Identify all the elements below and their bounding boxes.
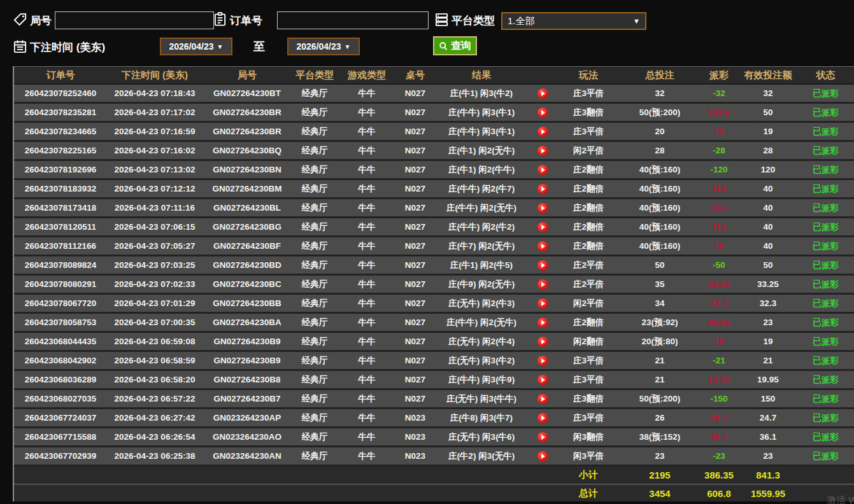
play-icon: [541, 339, 545, 344]
cell-hall: 经典厅: [292, 412, 338, 424]
footer-payout: 386.35: [699, 470, 739, 480]
play-video-button[interactable]: [537, 279, 548, 290]
cell-bet: 21: [620, 356, 699, 365]
cell-hall: 经典厅: [292, 355, 338, 367]
cell-valid: 19: [739, 337, 797, 346]
cell-result: 庄(牛1) 闲3(牛2): [434, 88, 529, 99]
play-video-button[interactable]: [537, 241, 548, 251]
play-video-button[interactable]: [537, 337, 548, 347]
play-cell: [529, 146, 557, 156]
footer-valid: 1559.95: [739, 488, 797, 499]
play-video-button[interactable]: [537, 165, 548, 175]
play-video-button[interactable]: [537, 108, 548, 118]
date-from-picker[interactable]: 2026/04/23 ▼: [160, 38, 232, 55]
round-number-input[interactable]: [55, 11, 214, 29]
cell-play: 庄2翻倍: [557, 202, 620, 214]
cell-game: 牛牛: [338, 202, 396, 214]
play-icon: [541, 454, 545, 459]
cell-play: 庄2平倍: [557, 279, 620, 290]
play-video-button[interactable]: [537, 298, 548, 309]
play-cell: [529, 413, 557, 423]
play-video-button[interactable]: [537, 413, 548, 423]
play-video-button[interactable]: [537, 375, 548, 385]
cell-play: 庄2翻倍: [557, 317, 620, 328]
cell-game: 牛牛: [338, 221, 396, 233]
cell-hall: 经典厅: [292, 298, 338, 309]
cell-hall: 经典厅: [292, 241, 338, 252]
play-video-button[interactable]: [537, 394, 548, 404]
play-video-button[interactable]: [537, 318, 548, 328]
cell-status: 已派彩: [797, 431, 854, 443]
search-button[interactable]: 查询: [433, 36, 477, 55]
column-header: 派彩: [699, 69, 739, 81]
footer-label: 小计: [557, 469, 620, 481]
play-video-button[interactable]: [537, 203, 548, 213]
cell-order: 260423068044435: [14, 337, 107, 346]
play-icon: [541, 167, 545, 172]
cell-play: 闲3翻倍: [557, 431, 620, 443]
cell-table: N027: [396, 108, 434, 117]
play-video-button[interactable]: [537, 356, 548, 366]
play-cell: [529, 184, 557, 194]
date-to-picker[interactable]: 2026/04/23 ▼: [287, 38, 360, 55]
table-row: 2604230781121662026-04-23 07:05:27GN0272…: [14, 237, 854, 256]
play-cell: [529, 432, 557, 442]
cell-payout: -150: [699, 394, 739, 403]
platform-type-select[interactable]: 1.全部 ▼: [501, 12, 646, 30]
cell-valid: 120: [739, 165, 797, 174]
cell-bet: 32: [620, 88, 699, 98]
table-row: 2604230680362892026-04-23 06:58:20GN0272…: [14, 371, 854, 390]
cell-play: 闲2翻倍: [557, 336, 620, 347]
cell-game: 牛牛: [338, 374, 396, 386]
cell-result: 庄(牛9) 闲2(无牛): [434, 279, 529, 290]
cell-play: 庄2翻倍: [557, 221, 620, 233]
cell-game: 牛牛: [338, 164, 396, 176]
cell-bet: 23(预:92): [620, 317, 699, 328]
cell-bet: 20: [620, 127, 699, 136]
play-cell: [529, 127, 557, 137]
cell-round: GN027264230BR: [203, 127, 292, 136]
cell-round: GN027264230BC: [203, 279, 292, 289]
cell-play: 闲2平倍: [557, 145, 620, 157]
cell-table: N027: [396, 146, 434, 155]
cell-play: 庄3平倍: [557, 374, 620, 386]
column-header: 订单号: [14, 69, 107, 81]
play-video-button[interactable]: [537, 127, 548, 137]
cell-status: 已派彩: [797, 279, 854, 290]
play-video-button[interactable]: [537, 88, 548, 99]
subtotal-row: 小计2195386.35841.3: [14, 466, 854, 485]
cell-table: N027: [396, 127, 434, 136]
order-number-input[interactable]: [277, 11, 429, 29]
cell-bet: 34: [620, 298, 699, 308]
cell-result: 庄(牛1) 闲2(牛牛): [434, 164, 529, 176]
cell-valid: 50: [739, 260, 797, 270]
play-cell: [529, 88, 557, 99]
cell-round: GN027264230BR: [203, 108, 292, 117]
play-cell: [529, 279, 557, 290]
play-video-button[interactable]: [537, 451, 548, 461]
cell-table: N027: [396, 337, 434, 346]
cell-play: 庄3翻倍: [557, 393, 620, 405]
cell-round: GN027264230BL: [203, 203, 292, 213]
cell-order: 260423078080291: [14, 279, 107, 289]
footer-valid: 841.3: [739, 470, 797, 480]
play-video-button[interactable]: [537, 222, 548, 232]
play-video-button[interactable]: [537, 184, 548, 194]
play-video-button[interactable]: [537, 146, 548, 156]
cell-status: 已派彩: [797, 88, 854, 99]
cell-payout: 19.95: [699, 375, 739, 384]
cell-payout: -23: [699, 451, 739, 461]
play-video-button[interactable]: [537, 260, 548, 270]
cell-round: GN027264230B7: [203, 394, 292, 403]
cell-time: 2026-04-23 06:59:08: [107, 337, 203, 346]
cell-table: N027: [396, 88, 434, 98]
play-icon: [541, 320, 545, 325]
cell-table: N027: [396, 203, 434, 213]
table-row: 2604230781926962026-04-23 07:13:02GN0272…: [14, 161, 854, 180]
cell-payout: -50: [699, 260, 739, 270]
cell-bet: 50(预:200): [620, 107, 699, 118]
cell-order: 260423068027035: [14, 394, 107, 403]
platform-type-value: 1.全部: [508, 15, 535, 27]
cell-time: 2026-04-23 06:57:22: [107, 394, 203, 403]
play-video-button[interactable]: [537, 432, 548, 442]
